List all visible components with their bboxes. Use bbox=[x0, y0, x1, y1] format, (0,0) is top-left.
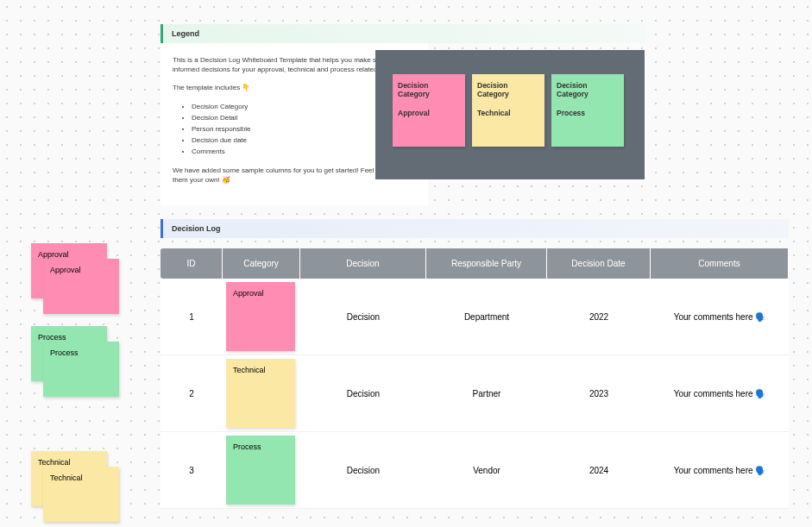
sticky-front[interactable]: Technical bbox=[43, 467, 119, 522]
cell-comments[interactable]: Your comments here 🗣️ bbox=[651, 432, 789, 509]
category-sticky-technical[interactable]: Technical bbox=[226, 359, 295, 428]
column-header-id: ID bbox=[161, 248, 223, 279]
decision-log-title: Decision Log bbox=[161, 219, 789, 238]
cell-date[interactable]: 2023 bbox=[547, 355, 651, 432]
sticky-category-label: Decision Category bbox=[557, 81, 619, 98]
category-panel: Decision Category Approval Decision Cate… bbox=[375, 50, 645, 179]
sticky-category-name: Approval bbox=[398, 109, 460, 117]
sticky-technical[interactable]: Decision Category Technical bbox=[472, 74, 544, 147]
cell-decision[interactable]: Decision bbox=[300, 355, 426, 432]
sticky-front[interactable]: Process bbox=[43, 342, 119, 397]
cell-date[interactable]: 2022 bbox=[547, 279, 651, 355]
column-header-date: Decision Date bbox=[547, 248, 651, 279]
category-sticky-approval[interactable]: Approval bbox=[226, 282, 295, 351]
cell-party[interactable]: Department bbox=[426, 279, 547, 355]
cell-comments[interactable]: Your comments here 🗣️ bbox=[651, 279, 789, 355]
cell-party[interactable]: Vendor bbox=[426, 432, 547, 509]
sticky-category-label: Decision Category bbox=[477, 81, 539, 98]
cell-decision[interactable]: Decision bbox=[300, 432, 426, 509]
cell-category[interactable]: Process bbox=[223, 432, 300, 509]
column-header-decision: Decision bbox=[300, 248, 426, 279]
cell-decision[interactable]: Decision bbox=[300, 279, 426, 355]
column-header-party: Responsible Party bbox=[426, 248, 547, 279]
category-sticky-process[interactable]: Process bbox=[226, 436, 295, 505]
column-header-comments: Comments bbox=[651, 248, 789, 279]
cell-id[interactable]: 1 bbox=[161, 279, 223, 355]
sticky-approval[interactable]: Decision Category Approval bbox=[393, 74, 465, 147]
cell-party[interactable]: Partner bbox=[426, 355, 547, 432]
cell-category[interactable]: Approval bbox=[223, 279, 300, 355]
decision-log-table: ID Category Decision Responsible Party D… bbox=[161, 248, 789, 509]
sticky-front[interactable]: Approval bbox=[43, 259, 119, 314]
cell-id[interactable]: 2 bbox=[161, 355, 223, 432]
sticky-category-name: Process bbox=[557, 109, 619, 117]
sticky-category-label: Decision Category bbox=[398, 81, 460, 98]
cell-id[interactable]: 3 bbox=[161, 432, 223, 509]
sticky-category-name: Technical bbox=[477, 109, 539, 117]
cell-comments[interactable]: Your comments here 🗣️ bbox=[651, 355, 789, 432]
cell-date[interactable]: 2024 bbox=[547, 432, 651, 509]
decision-log-section: Decision Log ID Category Decision Respon… bbox=[161, 219, 789, 509]
legend-title: Legend bbox=[161, 24, 645, 43]
cell-category[interactable]: Technical bbox=[223, 355, 300, 432]
sticky-process[interactable]: Decision Category Process bbox=[551, 74, 624, 147]
column-header-category: Category bbox=[223, 248, 300, 279]
